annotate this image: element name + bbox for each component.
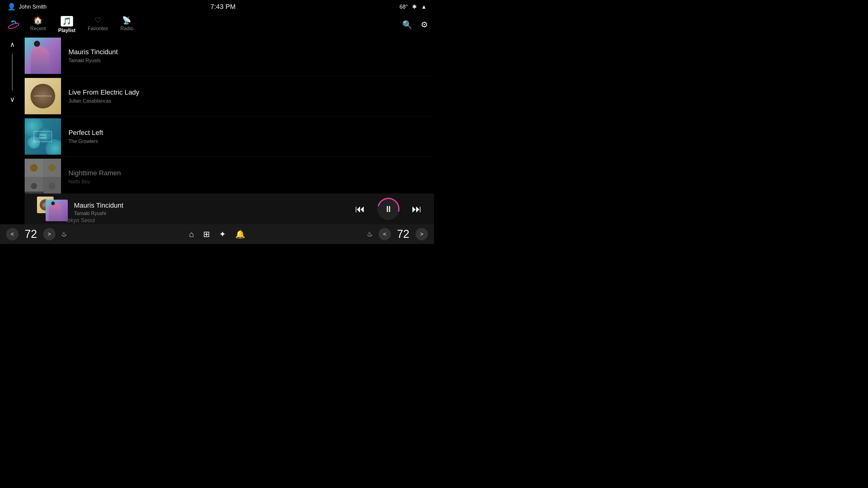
song-title-1: Mauris Tincidunt [68, 48, 428, 56]
song-artist-4: Natto Boy [68, 179, 428, 185]
song-artist-3: The Growlers [68, 139, 428, 144]
settings-button[interactable]: ⚙ [421, 20, 428, 30]
user-icon: 👤 [7, 3, 16, 11]
bottom-center: ⌂ ⊞ ✦ 🔔 [189, 230, 245, 239]
left-prev-button[interactable]: < [6, 228, 19, 240]
right-next-button[interactable]: > [415, 228, 428, 240]
bottom-left: < 72 > ♨ [6, 228, 67, 240]
play-pause-button[interactable]: ⏸ [377, 198, 400, 220]
playlist-container: Mauris Tincidunt Tamaki Ryushi LOREM IPS… [25, 36, 434, 224]
song-title-2: Live From Electric Lady [68, 89, 428, 96]
song-artist-1: Tamaki Ryushi [68, 58, 428, 63]
search-button[interactable]: 🔍 [402, 20, 412, 30]
status-left: 👤 John Smith [7, 3, 46, 11]
song-info-3: Perfect Left The Growlers [68, 129, 428, 144]
temp-display: 68° [400, 4, 408, 10]
now-playing-art [45, 200, 68, 221]
status-time: 7:43 PM [211, 3, 236, 11]
main-content: ∧ ∨ Mauris Tincidunt Tamaki Ryushi LOREM… [0, 36, 434, 224]
radio-icon: 📡 [122, 16, 131, 25]
next-track-button[interactable]: ⏭ [412, 203, 422, 215]
signal-icon: ▲ [421, 4, 427, 10]
left-temp: 72 [22, 228, 40, 240]
nav-actions: 🔍 ⚙ [402, 20, 428, 30]
bluetooth-icon: ✱ [412, 3, 417, 10]
radio-label: Radio [121, 26, 133, 31]
now-playing-title: Mauris Tincidunt [74, 201, 355, 209]
status-bar: 👤 John Smith 7:43 PM 68° ✱ ▲ [0, 0, 434, 13]
bell-button[interactable]: 🔔 [235, 230, 245, 239]
fan-button[interactable]: ✦ [219, 230, 226, 239]
playlist-item-3[interactable]: coLor ShAPE Perfect Left The Growlers [25, 117, 434, 157]
right-temp: 72 [394, 228, 412, 240]
prev-track-button[interactable]: ⏮ [355, 203, 365, 215]
now-playing-bar: LOREM IPSUM. Mauris Tincidunt Tamaki Ryu… [25, 193, 434, 224]
heat-right-icon: ♨ [367, 230, 373, 238]
tab-radio[interactable]: 📡 Radio [121, 16, 133, 33]
song-title-3: Perfect Left [68, 129, 428, 137]
svg-point-0 [8, 22, 20, 30]
scroll-track [12, 54, 13, 91]
left-next-button[interactable]: > [43, 228, 56, 240]
song-info-4: Nighttime Ramen Natto Boy [68, 169, 428, 185]
album-art-3: coLor ShAPE [25, 118, 61, 155]
app-logo [6, 17, 21, 32]
scroll-up-button[interactable]: ∧ [8, 39, 17, 51]
tab-recent[interactable]: 🏠 Recent [30, 16, 46, 33]
album-art-2: LOREM IPSUM. [25, 78, 61, 114]
favorites-icon: ♡ [95, 16, 101, 25]
svg-point-1 [11, 21, 13, 23]
nav-tabs: 🏠 Recent 🎵 Playlist ♡ Favorites 📡 Radio [30, 16, 402, 33]
song-info-2: Live From Electric Lady Julian Casablanc… [68, 89, 428, 104]
user-name: John Smith [19, 4, 46, 10]
playlist-label: Playlist [58, 28, 75, 33]
grid-button[interactable]: ⊞ [203, 230, 210, 239]
bottom-right: ♨ < 72 > [367, 228, 428, 240]
now-playing-artist: Tamaki Ryushi [74, 211, 355, 216]
recent-icon: 🏠 [33, 16, 42, 25]
scroll-down-button[interactable]: ∨ [8, 94, 17, 105]
top-nav: 🏠 Recent 🎵 Playlist ♡ Favorites 📡 Radio … [0, 13, 434, 36]
now-playing-controls: ⏮ ⏸ ⏭ [355, 198, 422, 220]
playlist-icon: 🎵 [61, 16, 73, 27]
favorites-label: Favorites [88, 26, 108, 31]
album-art-1 [25, 38, 61, 74]
status-right: 68° ✱ ▲ [400, 3, 427, 10]
playlist-item-1[interactable]: Mauris Tincidunt Tamaki Ryushi [25, 36, 434, 76]
playlist-item-4[interactable]: LOREM IPSUM Nighttime Ramen Natto Boy [25, 157, 434, 197]
color-shape-text: coLor ShAPE [34, 131, 52, 142]
album-art-4: LOREM IPSUM [25, 159, 61, 195]
song-title-4: Nighttime Ramen [68, 169, 428, 177]
now-playing-info: Mauris Tincidunt Tamaki Ryushi [74, 201, 355, 216]
lorem-text: LOREM IPSUM. [31, 92, 54, 100]
bottom-bar: < 72 > ♨ ⌂ ⊞ ✦ 🔔 ♨ < 72 > [0, 224, 434, 244]
heat-left-icon: ♨ [61, 230, 67, 238]
tab-favorites[interactable]: ♡ Favorites [88, 16, 108, 33]
right-prev-button[interactable]: < [378, 228, 391, 240]
sidebar-scroll: ∧ ∨ [0, 36, 25, 224]
next-song-hint: Tokyo Seoul [65, 217, 95, 224]
home-button[interactable]: ⌂ [189, 230, 194, 239]
song-info-1: Mauris Tincidunt Tamaki Ryushi [68, 48, 428, 63]
song-artist-2: Julian Casablancas [68, 98, 428, 104]
playlist-item-2[interactable]: LOREM IPSUM. Live From Electric Lady Jul… [25, 76, 434, 117]
tab-playlist[interactable]: 🎵 Playlist [58, 16, 75, 33]
recent-label: Recent [30, 26, 46, 31]
